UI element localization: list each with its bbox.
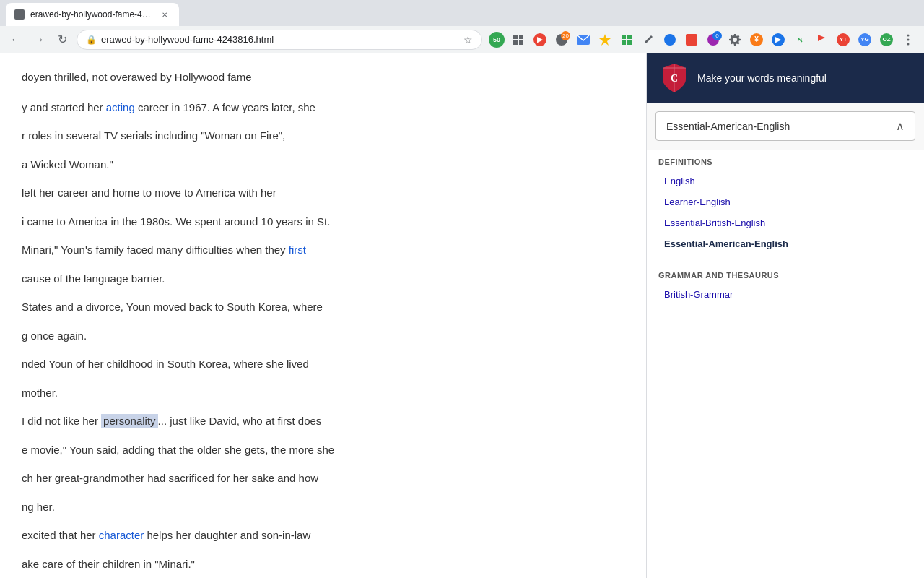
para-6: Minari," Youn's family faced many diffic… (22, 241, 624, 259)
article-content: doyen thrilled, not overawed by Hollywoo… (0, 53, 646, 578)
link-acting[interactable]: acting (106, 101, 135, 113)
cambridge-logo: C (658, 62, 690, 94)
svg-marker-6 (599, 34, 611, 46)
svg-rect-8 (627, 35, 632, 39)
ext-icon-play-blue[interactable]: ▶ (768, 30, 788, 50)
svg-point-14 (907, 34, 910, 36)
forward-button[interactable]: → (29, 30, 49, 50)
svg-rect-2 (513, 40, 518, 45)
para-13: e movie," Youn said, adding that the old… (22, 441, 624, 460)
ext-icon-yen[interactable]: ¥ (746, 30, 767, 50)
selected-dict-label: Essential-American-English (666, 121, 790, 132)
url-text: erawed-by-hollywood-fame-4243816.html (101, 34, 274, 45)
para-4: left her career and home to move to Amer… (22, 184, 624, 202)
definitions-section-header: DEFINITIONS (647, 150, 924, 171)
dict-item-learner-english[interactable]: Learner-English (647, 191, 924, 212)
para-17: ake care of their children in "Minari." (22, 555, 624, 574)
tab-bar: erawed-by-hollywood-fame-4243816.html ✕ (0, 0, 924, 26)
para-12: I did not like her personality... just l… (22, 412, 624, 431)
para-15: ng her. (22, 498, 624, 517)
ext-icon-chain[interactable] (790, 30, 810, 50)
svg-rect-10 (627, 40, 632, 45)
para-2: r roles in several TV serials including … (22, 126, 624, 145)
dictionary-selector-button[interactable]: Essential-American-English ∧ (655, 111, 915, 141)
address-bar[interactable]: 🔒 erawed-by-hollywood-fame-4243816.html … (77, 30, 482, 50)
ext-icon-grid[interactable] (616, 30, 637, 50)
reload-button[interactable]: ↻ (52, 30, 72, 50)
chevron-up-icon: ∧ (896, 119, 905, 133)
svg-rect-9 (622, 40, 626, 45)
para-11: mother. (22, 384, 624, 402)
dict-dropdown-area: Essential-American-English ∧ (647, 103, 924, 150)
link-first[interactable]: first (289, 243, 306, 256)
svg-point-11 (664, 34, 676, 46)
ext-icon-circle-blue[interactable] (660, 30, 680, 50)
dictionary-panel: C Make your words meaningful Essential-A… (646, 53, 924, 578)
tab-title: erawed-by-hollywood-fame-4243816.html (30, 9, 153, 20)
active-tab[interactable]: erawed-by-hollywood-fame-4243816.html ✕ (6, 3, 179, 26)
svg-rect-1 (519, 35, 523, 39)
dict-header: C Make your words meaningful (647, 53, 924, 103)
ext-icon-media[interactable]: ▶ (530, 30, 550, 50)
ext-icon-gear[interactable] (725, 30, 745, 50)
nav-controls: ← → ↻ (6, 30, 72, 50)
dict-list: DEFINITIONS English Learner-English Esse… (647, 150, 924, 305)
grammar-section-header: GRAMMAR AND THESAURUS (647, 264, 924, 284)
section-divider (647, 259, 924, 259)
para-10: nded Youn of her childhood in South Kore… (22, 355, 624, 374)
svg-point-15 (907, 38, 910, 40)
ext-icon-yg[interactable]: YG (855, 30, 875, 50)
svg-rect-3 (519, 40, 523, 45)
ext-icon-badge20[interactable]: 20 (552, 30, 572, 50)
star-bookmark-icon[interactable]: ☆ (463, 34, 473, 46)
ext-icon-rect-red[interactable] (681, 30, 702, 50)
para-9: g once again. (22, 327, 624, 345)
para-3: a Wicked Woman." (22, 155, 624, 174)
ext-icon-more[interactable] (898, 30, 918, 50)
ext-icon-mail[interactable] (573, 30, 593, 50)
ext-icon-yt[interactable]: YT (833, 30, 853, 50)
para-16: excited that her character helps her dau… (22, 526, 624, 545)
dict-item-english[interactable]: English (647, 171, 924, 191)
para-1: y and started her acting career in 1967.… (22, 98, 624, 117)
svg-rect-12 (686, 34, 697, 46)
dict-tagline: Make your words meaningful (697, 72, 827, 84)
highlighted-personality: personality (101, 414, 158, 428)
ext-icon-badge0[interactable]: 0 (703, 30, 723, 50)
back-button[interactable]: ← (6, 30, 26, 50)
para-14: ch her great-grandmother had sacrificed … (22, 469, 624, 488)
dict-item-essential-american[interactable]: Essential-American-English (647, 233, 924, 254)
tab-favicon (14, 9, 25, 20)
para-5: i came to America in the 1980s. We spent… (22, 212, 624, 231)
link-character[interactable]: character (99, 529, 144, 541)
svg-rect-0 (513, 35, 518, 39)
article-title: doyen thrilled, not overawed by Hollywoo… (22, 68, 624, 87)
content-area: doyen thrilled, not overawed by Hollywoo… (0, 53, 924, 578)
para-8: States and a divorce, Youn moved back to… (22, 298, 624, 316)
ext-icon-oz[interactable]: OZ (876, 30, 897, 50)
ext-icon-pen[interactable] (638, 30, 658, 50)
svg-text:C: C (671, 73, 678, 84)
browser-chrome: ← → ↻ 🔒 erawed-by-hollywood-fame-4243816… (0, 26, 924, 53)
ext-icon-star[interactable] (595, 30, 615, 50)
para-7: cause of the language barrier. (22, 269, 624, 288)
svg-point-16 (907, 43, 910, 45)
ext-icon-50[interactable]: 50 (487, 30, 507, 50)
ext-icon-apps[interactable] (508, 30, 528, 50)
svg-rect-7 (622, 35, 626, 39)
extension-icons-area: 50 ▶ 20 (487, 30, 918, 50)
lock-icon: 🔒 (86, 35, 97, 45)
dict-item-essential-british[interactable]: Essential-British-English (647, 212, 924, 233)
dict-item-british-grammar[interactable]: British-Grammar (647, 284, 924, 305)
tab-close-button[interactable]: ✕ (159, 9, 170, 20)
ext-icon-flag[interactable] (811, 30, 832, 50)
